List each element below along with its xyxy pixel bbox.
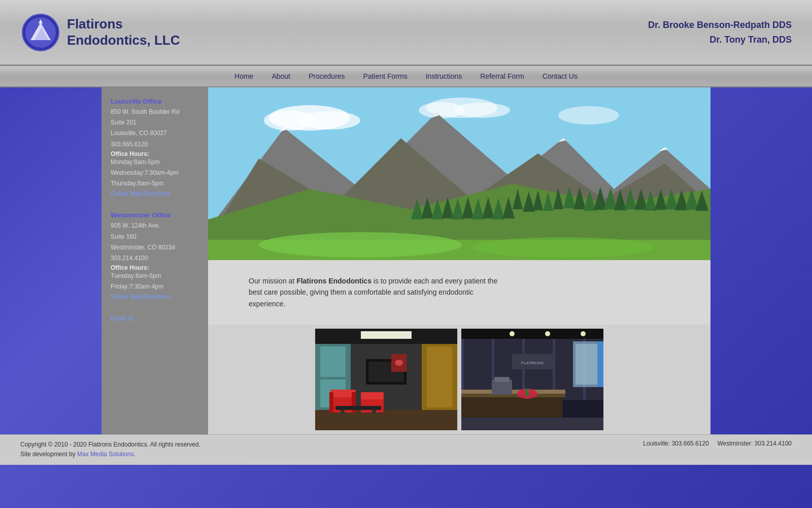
- nav-procedures[interactable]: Procedures: [299, 66, 354, 87]
- louisville-phone: 303.665.6120: [111, 140, 199, 149]
- nav-instructions[interactable]: Instructions: [417, 66, 471, 87]
- mission-text: Our mission at Flatirons Endodontics is …: [249, 275, 502, 309]
- svg-rect-91: [461, 390, 565, 394]
- copyright-text: Copyright © 2010 - 2020 Flatirons Endodo…: [20, 440, 200, 450]
- svg-point-12: [558, 106, 619, 124]
- svg-rect-88: [597, 341, 603, 387]
- louisville-address3: Louisville, CO 80027: [111, 129, 199, 138]
- nav-patient-forms[interactable]: Patient Forms: [354, 66, 417, 87]
- nav-about[interactable]: About: [262, 66, 299, 87]
- svg-point-77: [510, 331, 515, 336]
- svg-text:FLATIRONS: FLATIRONS: [521, 361, 544, 365]
- louisville-hours2: Wednesday:7:30am-4pm: [111, 168, 199, 178]
- svg-rect-95: [494, 377, 510, 382]
- office-photos: FLATIRONS: [208, 325, 710, 434]
- svg-rect-72: [372, 410, 376, 414]
- westminster-hours2: Friday:7:30am-4pm: [111, 282, 199, 292]
- svg-rect-93: [526, 389, 529, 396]
- hero-image: [208, 87, 710, 260]
- logo-icon: [20, 12, 61, 53]
- svg-rect-69: [361, 392, 384, 399]
- svg-rect-89: [461, 395, 563, 420]
- nav-referral-form[interactable]: Referral Form: [471, 66, 533, 87]
- louisville-hours-label: Office Hours:: [111, 150, 199, 157]
- louisville-hours3: Thursday:8am-5pm: [111, 179, 199, 188]
- louisville-office-section: Louisville Office 850 W. South Boulder R…: [111, 98, 199, 197]
- svg-rect-87: [576, 344, 598, 385]
- dev-link[interactable]: Max Media Solutions: [77, 451, 133, 458]
- reception-photo: FLATIRONS: [461, 329, 603, 430]
- svg-point-11: [454, 103, 510, 118]
- westminster-hours1: Tuesday:8am-5pm: [111, 271, 199, 281]
- doctor-names: Dr. Brooke Benson-Redpath DDS Dr. Tony T…: [648, 18, 792, 47]
- svg-point-51: [472, 237, 655, 258]
- footer-right: Louisville: 303.665.6120 Westminster: 30…: [643, 440, 792, 447]
- header: Flatirons Endodontics, LLC Dr. Brooke Be…: [0, 0, 812, 66]
- svg-rect-63: [315, 410, 457, 430]
- svg-point-79: [581, 331, 586, 336]
- westminster-office-name[interactable]: Westminster Office: [111, 211, 199, 219]
- westminster-address2: Suite 160: [111, 232, 199, 242]
- svg-point-50: [259, 232, 462, 258]
- westminster-office-section: Westminster Office 905 W. 124th Ave. Sui…: [111, 211, 199, 300]
- footer-left: Copyright © 2010 - 2020 Flatirons Endodo…: [20, 440, 200, 459]
- sidebar: Louisville Office 850 W. South Boulder R…: [101, 87, 208, 434]
- waiting-room-photo: [315, 329, 457, 430]
- louisville-office-name[interactable]: Louisville Office: [111, 98, 199, 105]
- mountain-scene: [208, 87, 710, 260]
- nav-bar: Home About Procedures Patient Forms Inst…: [0, 66, 812, 87]
- main-content: Our mission at Flatirons Endodontics is …: [208, 87, 710, 434]
- svg-rect-71: [341, 410, 345, 414]
- louisville-hours1: Monday:8am-5pm: [111, 157, 199, 167]
- westminster-address3: Westminster, CO 80234: [111, 243, 199, 252]
- westminster-hours-label: Office Hours:: [111, 264, 199, 271]
- svg-point-8: [299, 111, 360, 130]
- louisville-address1: 850 W. South Boulder Rd: [111, 107, 199, 117]
- svg-point-74: [395, 360, 403, 366]
- svg-point-78: [545, 331, 550, 336]
- svg-rect-70: [335, 406, 381, 410]
- footer-westminster: Westminster: 303.214.4100: [717, 440, 792, 447]
- westminster-map-link[interactable]: Online Map/Directions: [111, 293, 171, 300]
- mission-section: Our mission at Flatirons Endodontics is …: [208, 260, 710, 325]
- louisville-map-link[interactable]: Online Map/Directions: [111, 190, 171, 197]
- footer-louisville: Louisville: 303.665.6120: [643, 440, 708, 447]
- westminster-address1: 905 W. 124th Ave.: [111, 221, 199, 231]
- email-link[interactable]: Email us: [111, 315, 134, 322]
- nav-contact-us[interactable]: Contact Us: [533, 66, 587, 87]
- svg-rect-62: [427, 346, 452, 407]
- svg-rect-56: [320, 346, 346, 377]
- louisville-address2: Suite 201: [111, 118, 199, 128]
- svg-rect-54: [361, 331, 412, 339]
- svg-rect-66: [329, 392, 333, 412]
- footer-dev: Site development by Max Media Solutions.: [20, 450, 200, 459]
- logo-text: Flatirons Endodontics, LLC: [67, 16, 180, 48]
- footer: Copyright © 2010 - 2020 Flatirons Endodo…: [0, 434, 812, 464]
- westminster-phone: 303.214.4100: [111, 253, 199, 263]
- nav-home[interactable]: Home: [225, 66, 262, 87]
- svg-rect-98: [461, 418, 603, 430]
- logo-area: Flatirons Endodontics, LLC: [20, 12, 180, 53]
